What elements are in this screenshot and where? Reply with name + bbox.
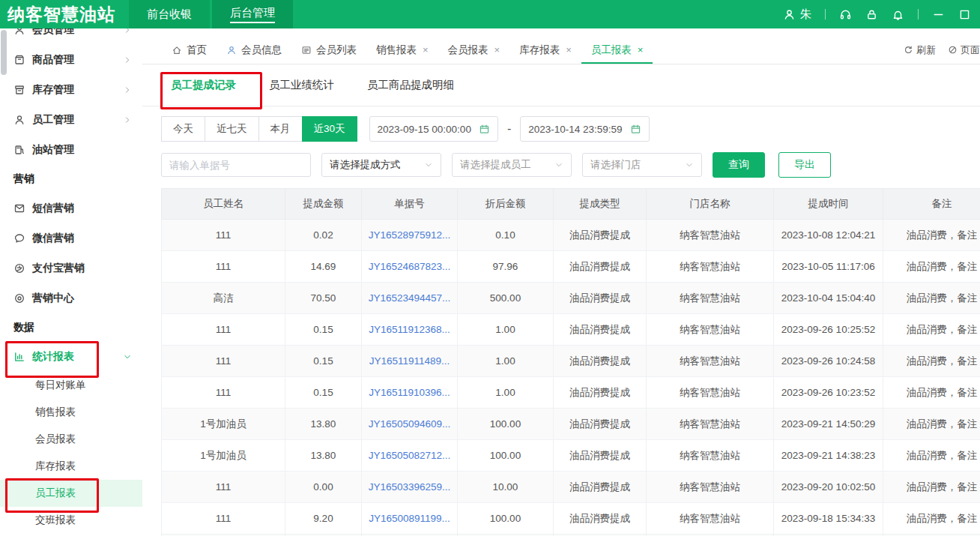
cell-remark: 油品消费，备注 (883, 346, 980, 377)
cell-amount: 0.15 (285, 377, 362, 409)
date-start-picker[interactable]: 2023-09-15 00:00:00 (369, 116, 498, 142)
cell-time: 2023-09-18 15:34:33 (774, 503, 883, 535)
refresh-icon (904, 45, 913, 55)
search-button[interactable]: 查询 (713, 152, 765, 178)
notifications-button[interactable] (892, 8, 904, 21)
cell-remark: 油品消费，备注 (883, 409, 980, 440)
cell-store: 纳客智慧油站 (647, 409, 774, 440)
sidebar-item-inventory-management[interactable]: 库存管理 (0, 75, 142, 105)
range-button-last-30-days[interactable]: 近30天 (302, 116, 357, 142)
range-button-last-7-days[interactable]: 近七天 (205, 116, 259, 142)
sidebar-item-shift-report[interactable]: 交班报表 (0, 507, 142, 534)
date-end-picker[interactable]: 2023-10-14 23:59:59 (520, 116, 649, 142)
page-actions-button[interactable]: 页面 (948, 43, 980, 57)
tab-member-report[interactable]: 会员报表× (438, 37, 510, 62)
cell-time: 2023-09-21 14:50:29 (774, 409, 883, 440)
sidebar-scrollbar[interactable] (1, 30, 7, 75)
sidebar-item-statistics-reports[interactable]: 统计报表 (0, 342, 142, 372)
order-number-input[interactable] (161, 153, 311, 177)
order-number-link[interactable]: JY16505094609... (369, 418, 451, 430)
sidebar-item-daily-statement[interactable]: 每日对账单 (0, 372, 142, 399)
subtab-performance-stats[interactable]: 员工业绩统计 (269, 78, 334, 92)
range-button-this-month[interactable]: 本月 (258, 116, 303, 142)
close-icon[interactable]: × (638, 45, 644, 55)
maximize-button[interactable] (958, 8, 971, 21)
cell-name: 111 (162, 503, 285, 535)
close-icon[interactable]: × (494, 45, 500, 55)
sidebar-item-staff-report[interactable]: 员工报表 (0, 480, 142, 507)
tab-sales-report[interactable]: 销售报表× (366, 37, 438, 62)
sidebar-item-wechat-marketing[interactable]: 微信营销 (0, 223, 142, 253)
sidebar-item-staff-management[interactable]: 员工管理 (0, 105, 142, 135)
cell-order_no: JY16505094609... (362, 409, 458, 440)
sms-icon (13, 202, 25, 214)
sidebar-item-sales-report[interactable]: 销售报表 (0, 399, 142, 426)
sidebar-item-inventory-report[interactable]: 库存报表 (0, 453, 142, 480)
nav-front-desk-button[interactable]: 前台收银 (129, 0, 210, 28)
sidebar-item-goods-management[interactable]: 商品管理 (0, 45, 142, 75)
cell-amount: 9.20 (285, 503, 362, 535)
sidebar: 会员管理商品管理库存管理员工管理油站管理营销短信营销微信营销支付宝营销营销中心数… (0, 28, 143, 536)
filter-row-dates: 今天近七天本月近30天 2023-09-15 00:00:00 - 2023-1… (161, 116, 980, 142)
cell-time: 2023-09-20 10:02:50 (774, 472, 883, 503)
select-commission-staff[interactable]: 请选择提成员工 (452, 153, 572, 177)
select-commission-method[interactable]: 请选择提成方式 (321, 153, 441, 177)
close-icon[interactable]: × (423, 45, 429, 55)
sidebar-item-alipay-marketing[interactable]: 支付宝营销 (0, 253, 142, 283)
cell-time: 2023-09-26 10:23:52 (774, 377, 883, 409)
order-number-link[interactable]: JY16511912368... (369, 324, 450, 335)
support-button[interactable] (839, 8, 852, 21)
export-button[interactable]: 导出 (778, 152, 831, 178)
sub-tab-bar: 员工提成记录员工业绩统计员工商品提成明细 (142, 64, 980, 106)
order-number-link[interactable]: JY16528975912... (369, 229, 451, 241)
refresh-button[interactable]: 刷新 (904, 43, 936, 57)
staff-icon (13, 114, 25, 126)
lock-screen-button[interactable] (865, 8, 878, 21)
sidebar-item-label: 销售报表 (35, 406, 76, 419)
range-button-today[interactable]: 今天 (161, 116, 205, 142)
cell-type: 油品消费提成 (554, 440, 647, 472)
order-number-link[interactable]: JY16503396259... (369, 481, 451, 493)
cell-store: 纳客智慧油站 (647, 314, 774, 346)
user-menu[interactable]: 朱 (783, 7, 811, 22)
cell-discounted: 1.00 (458, 346, 554, 377)
cell-discounted: 100.00 (458, 409, 554, 440)
tab-inventory-report[interactable]: 库存报表× (509, 37, 581, 62)
tab-member-info[interactable]: 会员信息 (217, 37, 291, 62)
cell-store: 纳客智慧油站 (647, 440, 774, 472)
select-store[interactable]: 请选择门店 (582, 153, 702, 177)
order-number-link[interactable]: JY16505082712... (369, 450, 451, 461)
minimize-button[interactable] (932, 8, 945, 21)
sidebar-item-member-report[interactable]: 会员报表 (0, 426, 142, 453)
minimize-icon (932, 8, 945, 21)
tab-staff-report[interactable]: 员工报表× (581, 37, 653, 64)
order-number-link[interactable]: JY16511911489... (369, 355, 450, 367)
cell-remark: 油品消费，备注 (883, 251, 980, 283)
close-icon[interactable]: × (566, 45, 572, 55)
nav-back-office-button[interactable]: 后台管理 (212, 0, 293, 28)
subtab-product-commission-detail[interactable]: 员工商品提成明细 (367, 78, 454, 92)
column-header-name: 员工姓名 (162, 189, 285, 220)
sidebar-item-station-management[interactable]: 油站管理 (0, 135, 142, 165)
order-number-link[interactable]: JY16524687823... (369, 261, 451, 272)
table-row: 1110.00JY16503396259...10.00油品消费提成纳客智慧油站… (162, 472, 980, 503)
cell-remark: 油品消费，备注 (883, 503, 980, 535)
filter-row-search: 请选择提成方式请选择提成员工请选择门店 查询 导出 (161, 152, 980, 178)
marketing-icon (13, 292, 25, 304)
table-row: 1号加油员13.80JY16505082712...100.00油品消费提成纳客… (162, 440, 980, 472)
chevron-right-icon (123, 28, 132, 34)
order-number-link[interactable]: JY16500891199... (369, 513, 450, 524)
subtab-commission-records[interactable]: 员工提成记录 (171, 78, 236, 92)
cell-order_no: JY16503396259... (362, 472, 458, 503)
tab-home[interactable]: 首页 (162, 37, 217, 62)
cell-discounted: 1.00 (458, 377, 554, 409)
cell-type: 油品消费提成 (554, 346, 647, 377)
chevron-down-icon (685, 160, 694, 169)
topbar: 纳客智慧油站 前台收银 后台管理 朱 (0, 0, 980, 28)
sidebar-item-marketing-center[interactable]: 营销中心 (0, 283, 142, 313)
order-number-link[interactable]: JY16511910396... (369, 387, 450, 398)
tab-member-list[interactable]: 会员列表 (291, 37, 366, 62)
sidebar-item-sms-marketing[interactable]: 短信营销 (0, 193, 142, 223)
sidebar-item-member-management[interactable]: 会员管理 (0, 28, 142, 45)
order-number-link[interactable]: JY16523494457... (369, 292, 451, 304)
